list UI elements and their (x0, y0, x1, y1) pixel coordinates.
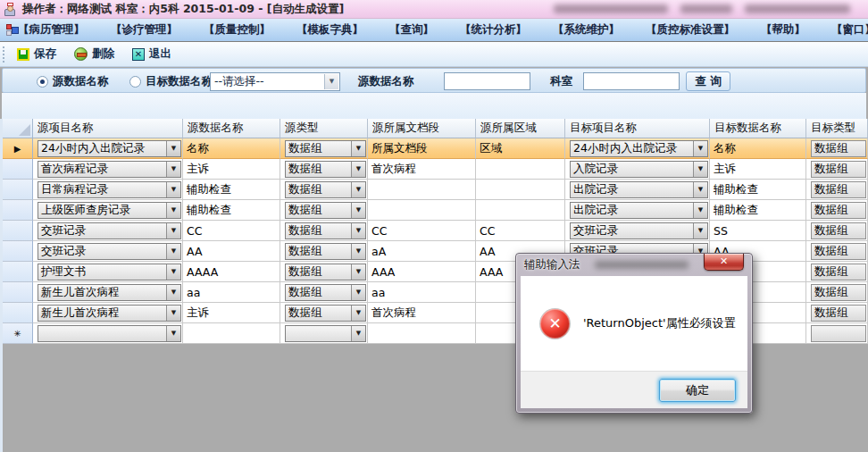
chevron-down-icon[interactable]: ▼ (351, 182, 365, 197)
tgt-type-cell[interactable]: 数据组 (806, 262, 868, 282)
cell-dropdown[interactable]: 数据组▼ (285, 305, 366, 322)
chevron-down-icon[interactable]: ▼ (166, 182, 180, 197)
src-item-combo[interactable]: 日常病程记录▼ (33, 180, 183, 200)
chevron-down-icon[interactable]: ▼ (351, 264, 365, 280)
cell-dropdown[interactable]: 护理文书▼ (38, 264, 181, 280)
src-data-cell[interactable]: CC (183, 221, 280, 241)
column-header[interactable]: 源所属区域 (476, 119, 565, 138)
cell-dropdown[interactable]: 入院记录▼ (570, 161, 708, 178)
cell-dropdown[interactable]: 数据组▼ (285, 161, 366, 178)
src-item-combo[interactable]: 上级医师查房记录▼ (33, 200, 183, 221)
delete-button[interactable]: 删除 (69, 45, 120, 63)
chevron-down-icon[interactable]: ▼ (166, 326, 180, 341)
src-item-combo[interactable]: 新生儿首次病程▼ (33, 303, 183, 323)
src-data-cell[interactable]: aa (183, 282, 280, 303)
src-data-cell[interactable]: AA (183, 241, 280, 262)
cell-dropdown[interactable]: 新生儿首次病程▼ (38, 305, 181, 322)
src-data-cell[interactable]: 辅助检查 (183, 200, 280, 221)
radio-unselected-icon[interactable] (129, 76, 141, 88)
src-type-combo[interactable]: 数据组▼ (280, 180, 368, 200)
cell-dropdown[interactable]: 首次病程记录▼ (38, 161, 181, 178)
src-region-cell[interactable] (476, 180, 565, 200)
src-item-combo[interactable]: 首次病程记录▼ (33, 159, 183, 180)
tgt-data-cell[interactable]: 名称 (710, 138, 806, 159)
department-input[interactable] (583, 72, 680, 90)
row-selector[interactable] (3, 262, 33, 282)
src-region-cell[interactable]: 区域 (476, 138, 565, 159)
tgt-type-cell[interactable]: 数据组 (806, 138, 868, 159)
tgt-type-cell[interactable]: 数据组 (806, 221, 868, 241)
row-selector[interactable]: ▶ (3, 138, 33, 159)
cell-dropdown[interactable]: ▼ (285, 325, 366, 342)
query-button[interactable]: 查 询 (686, 71, 730, 91)
menu-item[interactable]: 【窗口】 (831, 22, 868, 38)
src-doc-cell[interactable]: aa (368, 282, 476, 303)
row-selector[interactable] (3, 221, 33, 241)
source-data-radio[interactable]: 源数据名称 (37, 69, 109, 94)
chevron-down-icon[interactable]: ▼ (351, 244, 365, 259)
src-doc-cell[interactable]: 首次病程 (368, 159, 476, 180)
menu-item[interactable]: 【模板字典】 (296, 22, 363, 38)
cell-dropdown[interactable]: 交班记录▼ (570, 222, 708, 239)
chevron-down-icon[interactable]: ▼ (351, 203, 365, 218)
cell-value-box[interactable]: 数据组 (811, 222, 866, 239)
tgt-item-combo[interactable]: 交班记录▼ (565, 221, 710, 241)
chevron-down-icon[interactable]: ▼ (693, 223, 707, 239)
tgt-data-cell[interactable]: 主诉 (710, 159, 806, 180)
save-button[interactable]: 保存 (12, 45, 62, 63)
tgt-item-combo[interactable]: 出院记录▼ (565, 200, 710, 221)
column-header[interactable]: 源类型 (280, 119, 368, 138)
exit-button[interactable]: ✕ 退出 (127, 45, 177, 63)
src-type-combo[interactable]: 数据组▼ (280, 200, 368, 221)
close-icon[interactable]: ✕ (704, 254, 744, 271)
chevron-down-icon[interactable]: ▼ (351, 306, 365, 321)
src-data-cell[interactable]: 主诉 (183, 159, 280, 180)
chevron-down-icon[interactable]: ▼ (351, 326, 365, 341)
cell-dropdown[interactable]: 日常病程记录▼ (38, 181, 181, 198)
src-doc-cell[interactable]: CC (368, 221, 476, 241)
tgt-data-cell[interactable]: 辅助检查 (710, 200, 806, 221)
src-region-cell[interactable]: CC (476, 221, 565, 241)
tgt-data-cell[interactable]: SS (710, 221, 806, 241)
menu-item[interactable]: 【系统维护】 (553, 22, 620, 38)
cell-dropdown[interactable]: 交班记录▼ (38, 243, 181, 260)
cell-value-box[interactable]: 数据组 (811, 202, 866, 219)
cell-dropdown[interactable]: 交班记录▼ (38, 222, 181, 239)
chevron-down-icon[interactable]: ▼ (166, 306, 180, 321)
src-doc-cell[interactable]: 首次病程 (368, 303, 476, 323)
cell-dropdown[interactable]: 数据组▼ (285, 264, 366, 280)
src-item-combo[interactable]: 24小时内入出院记录▼ (33, 138, 183, 159)
column-header[interactable]: 目标类型 (806, 119, 868, 138)
src-region-cell[interactable] (476, 200, 565, 221)
cell-dropdown[interactable]: 数据组▼ (285, 202, 366, 219)
row-selector[interactable] (3, 159, 33, 180)
cell-dropdown[interactable]: 数据组▼ (285, 243, 366, 260)
chevron-down-icon[interactable]: ▼ (166, 141, 180, 156)
column-header[interactable]: 源所属文档段 (368, 119, 476, 138)
src-doc-cell[interactable]: AAA (368, 262, 476, 282)
cell-dropdown[interactable]: 数据组▼ (285, 284, 366, 301)
src-doc-cell[interactable]: aA (368, 241, 476, 262)
src-item-combo[interactable]: 交班记录▼ (33, 241, 183, 262)
cell-dropdown[interactable]: 数据组▼ (285, 222, 366, 239)
src-type-combo[interactable]: 数据组▼ (280, 303, 368, 323)
tgt-type-cell[interactable]: 数据组 (806, 180, 868, 200)
src-item-combo[interactable]: 交班记录▼ (33, 221, 183, 241)
src-type-combo[interactable]: 数据组▼ (280, 159, 368, 180)
chevron-down-icon[interactable]: ▼ (166, 264, 180, 280)
chevron-down-icon[interactable]: ▼ (351, 162, 365, 177)
cell-value-box[interactable]: 数据组 (811, 161, 866, 178)
src-doc-cell[interactable] (368, 180, 476, 200)
source-name-input[interactable] (444, 72, 530, 90)
cell-value-box[interactable]: 数据组 (811, 264, 866, 280)
chevron-down-icon[interactable]: ▼ (166, 244, 180, 259)
chevron-down-icon[interactable]: ▼ (693, 141, 707, 156)
ok-button[interactable]: 确定 (659, 379, 736, 402)
src-type-combo[interactable]: 数据组▼ (280, 262, 368, 282)
tgt-item-combo[interactable]: 入院记录▼ (565, 159, 710, 180)
menu-item[interactable]: 【查询】 (389, 22, 434, 38)
src-region-cell[interactable] (476, 159, 565, 180)
src-data-cell[interactable]: AAAA (183, 262, 280, 282)
src-data-cell[interactable]: 辅助检查 (183, 180, 280, 200)
cell-value-box[interactable]: 数据组 (811, 305, 866, 322)
